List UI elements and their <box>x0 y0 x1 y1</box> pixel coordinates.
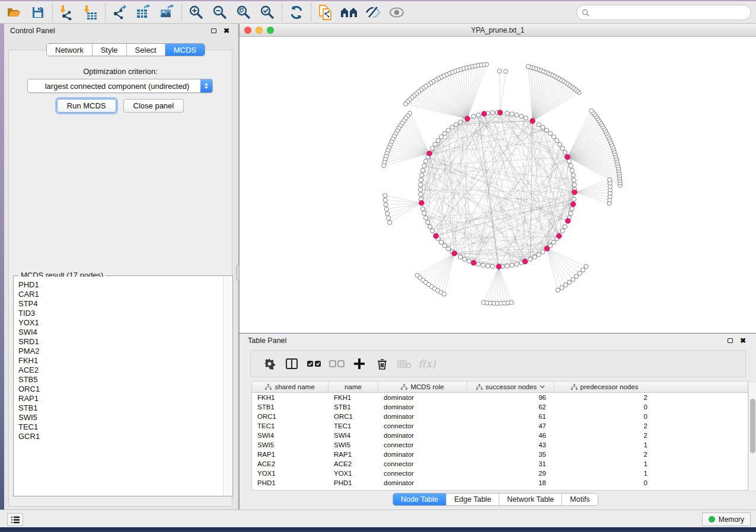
dominator-node[interactable] <box>433 233 439 239</box>
network-node[interactable] <box>570 207 574 211</box>
network-node[interactable] <box>424 159 428 164</box>
mcds-result-item[interactable]: GCR1 <box>18 432 223 441</box>
dominator-node[interactable] <box>572 190 578 195</box>
satellite-node[interactable] <box>563 283 567 287</box>
network-node[interactable] <box>505 111 509 115</box>
network-node[interactable] <box>442 243 446 248</box>
mcds-result-item[interactable]: SRD1 <box>18 337 223 347</box>
network-node[interactable] <box>462 257 467 261</box>
network-node[interactable] <box>422 211 426 216</box>
network-search-box[interactable] <box>576 5 751 20</box>
table-scrollbar-thumb[interactable] <box>750 399 755 453</box>
mcds-result-item[interactable]: STB1 <box>18 403 223 413</box>
table-row[interactable]: TEC1TEC1connector472 <box>252 421 748 431</box>
export-table-icon[interactable] <box>132 2 155 23</box>
network-node[interactable] <box>505 264 509 268</box>
network-node[interactable] <box>454 123 458 127</box>
network-node[interactable] <box>515 262 519 266</box>
network-node[interactable] <box>420 207 425 211</box>
tab-style[interactable]: Style <box>92 44 127 56</box>
network-node[interactable] <box>510 263 514 267</box>
table-row[interactable]: FKH1FKH1dominator962 <box>252 393 748 402</box>
network-node[interactable] <box>572 182 576 187</box>
export-image-icon[interactable] <box>155 2 179 23</box>
network-node[interactable] <box>446 247 451 251</box>
satellite-node[interactable] <box>526 65 530 69</box>
dominator-node[interactable] <box>496 264 502 270</box>
satellite-node[interactable] <box>608 178 612 182</box>
satellite-node[interactable] <box>509 300 513 305</box>
satellite-node[interactable] <box>385 211 390 216</box>
network-node[interactable] <box>548 132 552 136</box>
mcds-result-item[interactable]: TID3 <box>18 309 223 318</box>
table-row[interactable]: SWI4SWI4dominator462 <box>252 431 748 440</box>
tab-network[interactable]: Network <box>47 44 92 56</box>
network-node[interactable] <box>436 139 440 143</box>
network-node[interactable] <box>569 164 573 168</box>
float-table-panel-icon[interactable] <box>725 336 735 345</box>
mcds-result-item[interactable]: SWI4 <box>18 328 223 337</box>
network-node[interactable] <box>433 142 437 146</box>
table-row[interactable]: ORC1ORC1dominator610 <box>252 412 748 421</box>
dominator-node[interactable] <box>565 219 570 224</box>
mcds-result-item[interactable]: SWI5 <box>18 413 223 422</box>
tab-edge-table[interactable]: Edge Table <box>446 493 499 505</box>
network-node[interactable] <box>572 178 576 182</box>
network-node[interactable] <box>558 142 562 146</box>
network-node[interactable] <box>476 113 480 117</box>
table-row[interactable]: ACE2ACE2connector311 <box>252 459 748 469</box>
run-mcds-button[interactable]: Run MCDS <box>57 99 116 113</box>
tab-mcds[interactable]: MCDS <box>165 44 205 56</box>
network-node[interactable] <box>569 211 573 216</box>
network-node[interactable] <box>424 216 428 220</box>
network-node[interactable] <box>450 125 454 129</box>
table-scrollbar[interactable] <box>748 382 756 491</box>
tab-network-table[interactable]: Network Table <box>499 493 562 505</box>
satellite-node[interactable] <box>575 274 579 278</box>
mcds-result-item[interactable]: ORC1 <box>18 384 223 394</box>
dominator-node[interactable] <box>497 110 503 116</box>
satellite-node[interactable] <box>556 288 560 292</box>
zoom-in-icon[interactable] <box>184 2 208 23</box>
table-row[interactable]: RAP1RAP1dominator352 <box>252 450 748 459</box>
satellite-node[interactable] <box>571 277 575 281</box>
close-panel-button[interactable]: Close panel <box>123 99 184 113</box>
show-panels-list-button[interactable] <box>7 513 23 526</box>
network-node[interactable] <box>519 114 524 118</box>
mcds-result-item[interactable]: TEC1 <box>18 422 223 432</box>
network-node[interactable] <box>532 255 537 259</box>
network-node[interactable] <box>458 255 462 259</box>
network-node[interactable] <box>544 128 548 132</box>
column-header-name[interactable]: name <box>328 382 378 392</box>
satellite-node[interactable] <box>567 280 572 284</box>
show-all-icon[interactable] <box>385 2 409 23</box>
dominator-node[interactable] <box>557 233 562 239</box>
network-node[interactable] <box>467 259 471 263</box>
dominator-node[interactable] <box>465 116 470 121</box>
mcds-result-item[interactable]: STP4 <box>18 299 223 309</box>
first-neighbors-icon[interactable] <box>337 2 361 23</box>
table-settings-gear-icon[interactable] <box>258 352 280 376</box>
network-node[interactable] <box>486 264 490 268</box>
network-node[interactable] <box>419 193 423 197</box>
satellite-node[interactable] <box>581 268 585 272</box>
memory-button[interactable]: Memory <box>702 512 751 526</box>
network-node[interactable] <box>419 178 423 182</box>
satellite-node[interactable] <box>383 198 387 202</box>
network-node[interactable] <box>570 168 574 172</box>
network-node[interactable] <box>541 250 545 254</box>
network-node[interactable] <box>560 146 564 150</box>
network-node[interactable] <box>439 240 444 244</box>
search-input[interactable] <box>592 8 751 17</box>
network-node[interactable] <box>571 173 575 177</box>
dominator-node[interactable] <box>471 260 477 265</box>
satellite-node[interactable] <box>384 207 388 211</box>
tab-motifs[interactable]: Motifs <box>562 493 597 505</box>
column-header-mcds-role[interactable]: MCDS role <box>378 382 467 392</box>
network-node[interactable] <box>422 164 426 168</box>
satellite-node[interactable] <box>387 216 391 220</box>
network-node[interactable] <box>419 182 423 187</box>
open-file-icon[interactable] <box>2 2 26 23</box>
network-node[interactable] <box>420 173 424 177</box>
dominator-node[interactable] <box>481 111 487 117</box>
